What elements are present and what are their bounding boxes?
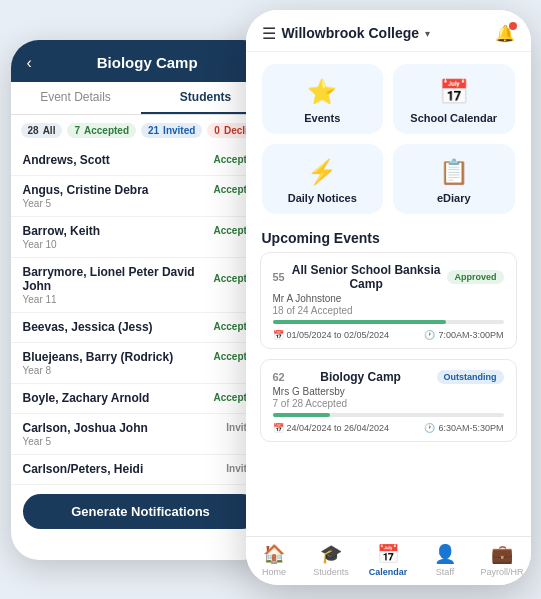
- students-icon: 🎓: [320, 543, 342, 565]
- event-accepted: 7 of 28 Accepted: [273, 398, 504, 409]
- biology-camp-phone: ‹ Biology Camp Event Details Students 28…: [11, 40, 271, 560]
- student-row[interactable]: Bluejeans, Barry (Rodrick) Accepted Year…: [11, 343, 271, 384]
- nav-students[interactable]: 🎓 Students: [309, 543, 353, 577]
- student-name-text: Beevas, Jessica (Jess): [23, 320, 153, 334]
- event-accepted: 18 of 24 Accepted: [273, 305, 504, 316]
- back-phone-header: ‹ Biology Camp: [11, 40, 271, 82]
- event-card-2[interactable]: 62 Biology Camp Outstanding Mrs G Batter…: [260, 359, 517, 442]
- nav-staff[interactable]: 👤 Staff: [423, 543, 467, 577]
- daily-notices-card[interactable]: ⚡ Daily Notices: [262, 144, 384, 214]
- events-label: Events: [304, 112, 340, 124]
- event-meta-row: 📅 24/04/2024 to 26/04/2024 🕐 6:30AM-5:30…: [273, 423, 504, 433]
- icon-grid: ⭐ Events 📅 School Calendar ⚡ Daily Notic…: [246, 52, 531, 226]
- calendar-small-icon: 📅: [273, 423, 284, 433]
- event-progress-bg: [273, 320, 504, 324]
- student-year: Year 5: [23, 436, 259, 447]
- student-year: Year 11: [23, 294, 259, 305]
- tabs-row: Event Details Students: [11, 82, 271, 115]
- event-title: Biology Camp: [285, 370, 437, 384]
- event-status-badge: Approved: [447, 270, 503, 284]
- event-date: 📅 24/04/2024 to 26/04/2024: [273, 423, 390, 433]
- nav-staff-label: Staff: [436, 567, 454, 577]
- student-row[interactable]: Carlson, Joshua John Invited Year 5: [11, 414, 271, 455]
- events-icon: ⭐: [307, 78, 337, 106]
- hamburger-icon[interactable]: ☰: [262, 24, 276, 43]
- calendar-nav-icon: 📅: [377, 543, 399, 565]
- student-name-text: Bluejeans, Barry (Rodrick): [23, 350, 174, 364]
- daily-notices-label: Daily Notices: [288, 192, 357, 204]
- student-year: Year 10: [23, 239, 259, 250]
- front-content: ⭐ Events 📅 School Calendar ⚡ Daily Notic…: [246, 52, 531, 524]
- tab-event-details[interactable]: Event Details: [11, 82, 141, 114]
- event-teacher: Mr A Johnstone: [273, 293, 504, 304]
- event-progress-fill: [273, 413, 331, 417]
- notification-dot: [509, 22, 517, 30]
- event-title: All Senior School Banksia Camp: [285, 263, 448, 291]
- filter-all[interactable]: 28 All: [21, 123, 63, 138]
- student-row[interactable]: Angus, Cristine Debra Accepted Year 5: [11, 176, 271, 217]
- nav-calendar[interactable]: 📅 Calendar: [366, 543, 410, 577]
- filter-accepted[interactable]: 7 Accepted: [67, 123, 136, 138]
- student-row[interactable]: Andrews, Scott Accepted: [11, 146, 271, 176]
- front-header: ☰ Willowbrook College ▾ 🔔: [246, 10, 531, 52]
- ediary-label: eDiary: [437, 192, 471, 204]
- nav-calendar-label: Calendar: [369, 567, 408, 577]
- chevron-down-icon[interactable]: ▾: [425, 28, 430, 39]
- home-icon: 🏠: [263, 543, 285, 565]
- event-meta-row: 📅 01/05/2024 to 02/05/2024 🕐 7:00AM-3:00…: [273, 330, 504, 340]
- event-progress-bg: [273, 413, 504, 417]
- student-row[interactable]: Boyle, Zachary Arnold Accepted: [11, 384, 271, 414]
- notification-bell[interactable]: 🔔: [495, 24, 515, 43]
- event-time: 🕐 6:30AM-5:30PM: [424, 423, 503, 433]
- school-name: Willowbrook College: [282, 25, 420, 41]
- nav-home-label: Home: [262, 567, 286, 577]
- ediary-card[interactable]: 📋 eDiary: [393, 144, 515, 214]
- calendar-icon: 📅: [439, 78, 469, 106]
- event-date: 📅 01/05/2024 to 02/05/2024: [273, 330, 390, 340]
- events-card[interactable]: ⭐ Events: [262, 64, 384, 134]
- event-time: 🕐 7:00AM-3:00PM: [424, 330, 503, 340]
- back-button[interactable]: ‹: [27, 54, 32, 72]
- back-phone-title: Biology Camp: [40, 54, 255, 71]
- student-name-text: Carlson, Joshua John: [23, 421, 148, 435]
- student-name-text: Boyle, Zachary Arnold: [23, 391, 150, 405]
- clock-icon: 🕐: [424, 423, 435, 433]
- notices-icon: ⚡: [307, 158, 337, 186]
- nav-payroll[interactable]: 💼 Payroll/HR: [480, 543, 524, 577]
- student-name-text: Andrews, Scott: [23, 153, 110, 167]
- event-header-row: 55 All Senior School Banksia Camp Approv…: [273, 263, 504, 291]
- student-name-text: Angus, Cristine Debra: [23, 183, 149, 197]
- calendar-small-icon: 📅: [273, 330, 284, 340]
- student-row[interactable]: Carlson/Peters, Heidi Invited: [11, 455, 271, 485]
- willowbrook-phone: ☰ Willowbrook College ▾ 🔔 ⭐ Events 📅 Sch…: [246, 10, 531, 585]
- payroll-icon: 💼: [491, 543, 513, 565]
- filter-invited[interactable]: 21 Invited: [141, 123, 202, 138]
- upcoming-events-title: Upcoming Events: [246, 226, 531, 252]
- student-name-text: Barrow, Keith: [23, 224, 101, 238]
- event-progress-fill: [273, 320, 446, 324]
- event-status-badge: Outstanding: [437, 370, 504, 384]
- student-name-text: Carlson/Peters, Heidi: [23, 462, 144, 476]
- ediary-icon: 📋: [439, 158, 469, 186]
- event-number: 62: [273, 371, 285, 383]
- student-row[interactable]: Beevas, Jessica (Jess) Accepted: [11, 313, 271, 343]
- clock-icon: 🕐: [424, 330, 435, 340]
- nav-students-label: Students: [313, 567, 349, 577]
- filter-row: 28 All 7 Accepted 21 Invited 0 Declined: [11, 115, 271, 146]
- student-year: Year 8: [23, 365, 259, 376]
- student-row[interactable]: Barrow, Keith Accepted Year 10: [11, 217, 271, 258]
- student-list: Andrews, Scott Accepted Angus, Cristine …: [11, 146, 271, 486]
- nav-home[interactable]: 🏠 Home: [252, 543, 296, 577]
- student-name-text: Barrymore, Lionel Peter David John: [23, 265, 214, 293]
- student-row[interactable]: Barrymore, Lionel Peter David John Accep…: [11, 258, 271, 313]
- student-year: Year 5: [23, 198, 259, 209]
- bottom-nav: 🏠 Home 🎓 Students 📅 Calendar 👤 Staff 💼 P…: [246, 536, 531, 585]
- school-calendar-label: School Calendar: [410, 112, 497, 124]
- event-header-row: 62 Biology Camp Outstanding: [273, 370, 504, 384]
- event-card-1[interactable]: 55 All Senior School Banksia Camp Approv…: [260, 252, 517, 349]
- event-teacher: Mrs G Battersby: [273, 386, 504, 397]
- staff-icon: 👤: [434, 543, 456, 565]
- generate-notifications-button[interactable]: Generate Notifications: [23, 494, 259, 529]
- school-calendar-card[interactable]: 📅 School Calendar: [393, 64, 515, 134]
- header-left: ☰ Willowbrook College ▾: [262, 24, 431, 43]
